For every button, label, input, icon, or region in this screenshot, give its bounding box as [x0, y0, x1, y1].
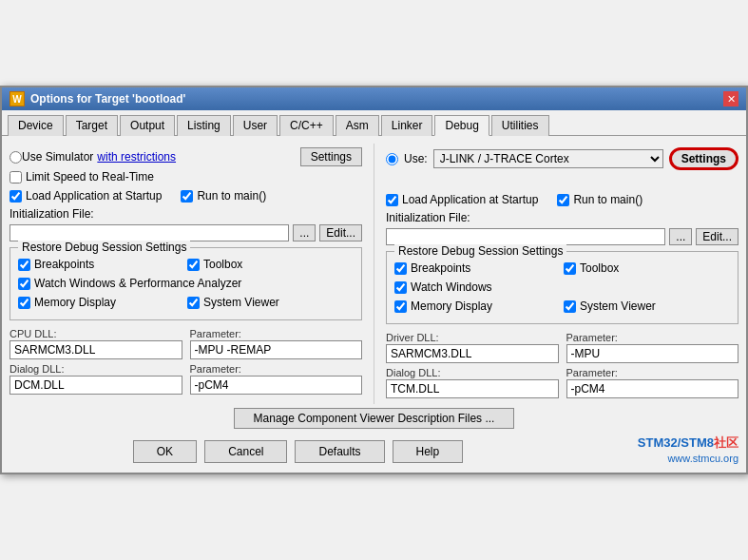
right-run-main-checkbox[interactable] [557, 194, 569, 206]
left-settings-button[interactable]: Settings [300, 147, 362, 166]
left-cpu-dll-row: CPU DLL: Parameter: [10, 328, 362, 359]
close-button[interactable]: ✕ [723, 91, 738, 106]
left-memory-row: Memory Display [18, 296, 184, 309]
left-dialog-param-label: Parameter: [190, 363, 363, 375]
right-dialog-dll-label: Dialog DLL: [386, 367, 559, 378]
right-sysviewer-checkbox[interactable] [564, 300, 576, 313]
left-memory-checkbox[interactable] [18, 297, 30, 309]
left-sysviewer-label: System Viewer [203, 296, 279, 309]
right-toolbox-checkbox[interactable] [564, 262, 576, 275]
use-label: Use: [404, 152, 428, 165]
tab-cpp[interactable]: C/C++ [279, 115, 334, 136]
right-dialog-param-col: Parameter: [566, 367, 739, 398]
limit-speed-checkbox[interactable] [10, 171, 22, 183]
tab-listing[interactable]: Listing [177, 115, 231, 136]
tab-asm[interactable]: Asm [336, 115, 379, 136]
left-dialog-param-input[interactable] [190, 376, 363, 395]
left-cpu-param-col: Parameter: [190, 328, 363, 359]
app-icon: W [10, 91, 25, 106]
right-dialog-param-label: Parameter: [566, 367, 739, 378]
left-cpu-dll-input[interactable] [10, 340, 182, 359]
right-init-file-section: Initialization File: ... Edit... [386, 211, 738, 245]
cancel-button[interactable]: Cancel [204, 440, 287, 463]
left-toolbox-checkbox[interactable] [187, 259, 200, 271]
left-run-main-checkbox[interactable] [181, 190, 193, 203]
manage-button[interactable]: Manage Component Viewer Description File… [234, 408, 515, 429]
tab-utilities[interactable]: Utilities [491, 115, 549, 136]
left-restore-group: Restore Debug Session Settings Breakpoin… [10, 247, 362, 320]
left-sysviewer-checkbox[interactable] [187, 297, 200, 309]
main-window: W Options for Target 'bootload' ✕ Device… [0, 86, 748, 474]
right-breakpoints-checkbox[interactable] [394, 262, 407, 275]
right-settings-button[interactable]: Settings [669, 147, 738, 170]
right-toolbox-row: Toolbox [564, 261, 730, 275]
right-driver-param-col: Parameter: [566, 332, 739, 363]
left-dialog-dll-input[interactable] [10, 376, 182, 395]
right-watch-row: Watch Windows [394, 280, 730, 294]
left-restore-label: Restore Debug Session Settings [18, 241, 190, 254]
right-driver-dll-col: Driver DLL: [386, 332, 559, 363]
right-edit-button[interactable]: Edit... [696, 228, 738, 245]
right-sysviewer-label: System Viewer [580, 299, 656, 313]
restrictions-link[interactable]: with restrictions [97, 150, 176, 164]
right-memory-row: Memory Display [394, 299, 561, 313]
right-driver-param-input[interactable] [566, 344, 739, 363]
left-load-app-checkbox[interactable] [10, 190, 22, 203]
left-init-file-input[interactable] [10, 224, 289, 241]
right-init-file-label: Initialization File: [386, 211, 738, 224]
ok-button[interactable]: OK [133, 440, 197, 463]
right-driver-dll-input[interactable] [386, 344, 559, 363]
use-radio[interactable] [386, 153, 398, 165]
spacer [386, 174, 738, 193]
left-cpu-param-label: Parameter: [190, 328, 363, 339]
left-breakpoints-row: Breakpoints [18, 258, 184, 271]
title-bar: W Options for Target 'bootload' ✕ [2, 87, 746, 110]
right-checkboxes: Breakpoints Toolbox Watch Windows M [394, 261, 730, 316]
right-dialog-param-input[interactable] [566, 379, 739, 398]
use-select[interactable]: J-LINK / J-TRACE Cortex [433, 149, 663, 168]
right-init-file-row: ... Edit... [386, 228, 738, 245]
use-row: Use: J-LINK / J-TRACE Cortex Settings [386, 144, 738, 174]
bottom-section: Manage Component Viewer Description File… [10, 408, 738, 465]
left-memory-label: Memory Display [34, 296, 116, 309]
tab-target[interactable]: Target [66, 115, 118, 136]
right-load-app-checkbox[interactable] [386, 194, 398, 206]
tab-output[interactable]: Output [120, 115, 175, 136]
tab-debug[interactable]: Debug [434, 115, 489, 136]
watermark-text2: 社区 [714, 435, 738, 450]
right-browse-button[interactable]: ... [669, 228, 692, 245]
left-cpu-param-input[interactable] [190, 340, 363, 359]
left-init-file-row: ... Edit... [10, 224, 362, 241]
left-dialog-param-col: Parameter: [190, 363, 363, 395]
left-run-main-label: Run to main() [197, 189, 266, 203]
right-watch-checkbox[interactable] [394, 281, 407, 294]
right-driver-dll-row: Driver DLL: Parameter: [386, 332, 738, 363]
right-memory-checkbox[interactable] [394, 300, 407, 313]
left-watch-checkbox[interactable] [18, 278, 30, 290]
tab-user[interactable]: User [233, 115, 278, 136]
right-init-file-input[interactable] [386, 228, 665, 245]
right-dialog-dll-input[interactable] [386, 379, 559, 398]
help-button[interactable]: Help [393, 440, 464, 463]
tab-device[interactable]: Device [8, 115, 64, 136]
right-breakpoints-row: Breakpoints [394, 261, 561, 275]
tab-bar: Device Target Output Listing User C/C++ … [2, 110, 746, 136]
title-bar-left: W Options for Target 'bootload' [10, 91, 185, 106]
content-area: Use Simulator with restrictions Settings… [2, 136, 746, 473]
right-run-main-row: Run to main() [557, 193, 643, 206]
left-browse-button[interactable]: ... [293, 224, 316, 241]
right-dialog-dll-row: Dialog DLL: Parameter: [386, 367, 738, 398]
left-load-app-label: Load Application at Startup [26, 189, 162, 203]
tab-linker[interactable]: Linker [381, 115, 433, 136]
left-cpu-dll-label: CPU DLL: [10, 328, 182, 339]
window-title: Options for Target 'bootload' [30, 92, 185, 106]
left-dialog-dll-col: Dialog DLL: [10, 363, 182, 395]
simulator-radio[interactable] [10, 151, 22, 164]
left-dialog-dll-row: Dialog DLL: Parameter: [10, 363, 362, 395]
left-load-row: Load Application at Startup Run to main(… [10, 189, 362, 205]
defaults-button[interactable]: Defaults [295, 440, 384, 463]
left-breakpoints-checkbox[interactable] [18, 259, 30, 271]
left-edit-button[interactable]: Edit... [319, 224, 362, 241]
left-sysviewer-row: System Viewer [187, 296, 354, 309]
right-restore-group: Restore Debug Session Settings Breakpoin… [386, 251, 738, 324]
